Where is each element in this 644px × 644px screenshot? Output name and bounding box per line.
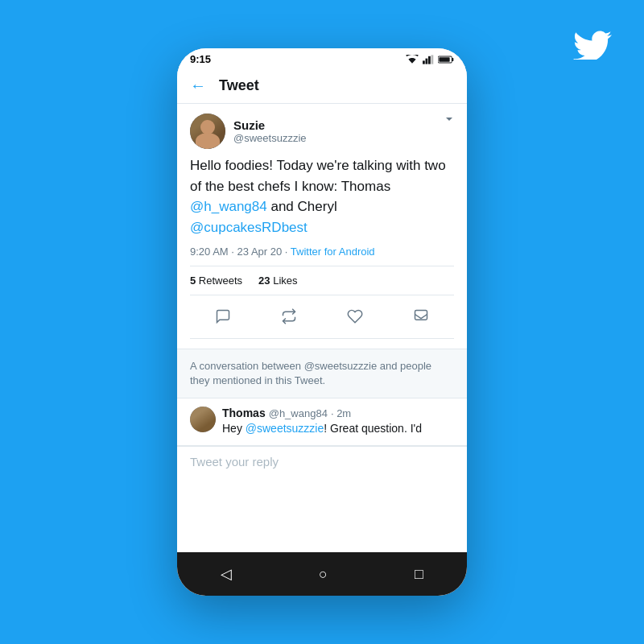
main-tweet: Suzie @sweetsuzzzie Hello foodies! Today… xyxy=(177,104,467,349)
svg-rect-1 xyxy=(426,58,428,64)
svg-rect-0 xyxy=(423,60,425,64)
reply-input-area[interactable]: Tweet your reply xyxy=(177,446,467,477)
reply-avatar-image xyxy=(190,407,216,432)
tweet-author-row: Suzie @sweetsuzzzie xyxy=(190,114,454,149)
reply-mention[interactable]: @sweetsuzzzie xyxy=(246,422,324,435)
battery-icon xyxy=(438,55,454,64)
wifi-icon xyxy=(406,55,419,64)
tweet-stats: 5 Retweets 23 Likes xyxy=(190,266,454,295)
author-handle: @sweetsuzzzie xyxy=(233,132,307,144)
share-button[interactable] xyxy=(407,302,436,335)
reply-tweet: Thomas @h_wang84 · 2m Hey @sweetsuzzzie!… xyxy=(177,398,467,446)
twitter-client-link[interactable]: Twitter for Android xyxy=(291,246,375,258)
reply-author-handle: @h_wang84 xyxy=(269,407,328,419)
mention-h-wang84[interactable]: @h_wang84 xyxy=(190,199,267,214)
author-avatar xyxy=(190,114,225,149)
status-bar: 9:15 xyxy=(177,48,467,68)
tweet-author-info: Suzie @sweetsuzzzie xyxy=(190,114,307,149)
twitter-logo-icon xyxy=(573,24,612,68)
tweet-meta: 9:20 AM · 23 Apr 20 · Twitter for Androi… xyxy=(190,246,454,258)
tweet-content: Suzie @sweetsuzzzie Hello foodies! Today… xyxy=(177,104,467,552)
tweet-text: Hello foodies! Today we're talking with … xyxy=(190,155,454,237)
comment-button[interactable] xyxy=(208,302,237,335)
android-nav-bar: ◁ ○ □ xyxy=(177,552,467,596)
reply-header: Thomas @h_wang84 · 2m xyxy=(222,407,454,419)
reply-content: Thomas @h_wang84 · 2m Hey @sweetsuzzzie!… xyxy=(222,407,454,437)
svg-rect-3 xyxy=(431,55,434,64)
author-details: Suzie @sweetsuzzzie xyxy=(233,118,307,144)
phone-frame: 9:15 ← Tweet xyxy=(177,48,467,596)
header-title: Tweet xyxy=(219,77,259,94)
conversation-note: A conversation between @sweetsuzzzie and… xyxy=(177,349,467,398)
status-time: 9:15 xyxy=(190,53,211,65)
likes-stat: 23 Likes xyxy=(258,275,297,287)
author-name: Suzie xyxy=(233,118,307,132)
svg-rect-6 xyxy=(439,57,449,61)
svg-rect-2 xyxy=(428,56,431,64)
reply-avatar xyxy=(190,407,216,432)
back-button[interactable]: ← xyxy=(190,76,206,95)
tweet-actions xyxy=(190,299,454,339)
nav-recent-button[interactable]: □ xyxy=(398,563,440,586)
avatar-image xyxy=(190,114,225,149)
reply-time: · 2m xyxy=(331,407,351,419)
nav-home-button[interactable]: ○ xyxy=(303,563,344,586)
reply-author-name: Thomas xyxy=(222,407,266,419)
tweet-header: ← Tweet xyxy=(177,68,467,104)
svg-rect-5 xyxy=(452,58,453,61)
caret-icon xyxy=(444,114,454,126)
reply-input-placeholder[interactable]: Tweet your reply xyxy=(190,455,454,469)
reply-text: Hey @sweetsuzzzie! Great question. I'd xyxy=(222,421,454,437)
nav-back-button[interactable]: ◁ xyxy=(204,562,248,586)
mention-cupcakes[interactable]: @cupcakesRDbest xyxy=(190,220,308,235)
retweet-stat: 5 Retweets xyxy=(190,275,242,287)
signal-icon xyxy=(423,55,434,64)
retweet-button[interactable] xyxy=(275,302,303,335)
like-button[interactable] xyxy=(341,302,369,335)
status-icons xyxy=(406,55,454,64)
